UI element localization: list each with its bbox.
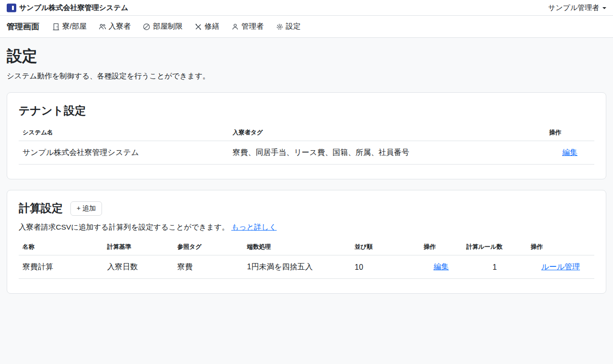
column-header-actions: 操作 bbox=[545, 125, 594, 141]
slash-circle-icon bbox=[143, 23, 150, 31]
tenant-settings-title: テナント設定 bbox=[19, 103, 86, 118]
column-header-ref-tag: 参照タグ bbox=[173, 239, 243, 255]
nav-item-dorm-rooms[interactable]: 寮/部屋 bbox=[52, 22, 87, 32]
tenant-settings-table: システム名 入寮者タグ 操作 サンプル株式会社寮管理システム 寮費、同居手当、リ… bbox=[19, 125, 594, 165]
calc-settings-card: 計算設定 + 追加 入寮者請求CSVに追加する計算列を設定することができます。 … bbox=[7, 190, 606, 294]
rule-manage-link[interactable]: ルール管理 bbox=[541, 263, 580, 271]
tools-icon bbox=[194, 23, 202, 31]
gear-icon bbox=[276, 23, 284, 31]
calc-settings-description: 入寮者請求CSVに追加する計算列を設定することができます。 もっと詳しく bbox=[19, 222, 594, 232]
main-content: 設定 システム動作を制御する、各種設定を行うことができます。 テナント設定 シス… bbox=[0, 38, 613, 311]
chevron-down-icon bbox=[602, 7, 606, 9]
calc-basis-cell: 入寮日数 bbox=[103, 255, 174, 279]
resident-tags-cell: 寮費、同居手当、リース費、国籍、所属、社員番号 bbox=[229, 141, 545, 165]
column-header-rule-count: 計算ルール数 bbox=[463, 239, 527, 255]
main-nav: 管理画面 寮/部屋 入寮者 部屋制 bbox=[0, 16, 613, 38]
nav-item-label: 修繕 bbox=[204, 22, 219, 32]
page-description: システム動作を制御する、各種設定を行うことができます。 bbox=[7, 71, 606, 81]
tenant-settings-card: テナント設定 システム名 入寮者タグ 操作 サンプル株式会社寮管理システム 寮費… bbox=[7, 92, 606, 179]
nav-item-label: 設定 bbox=[286, 22, 301, 32]
user-menu-label: サンプル管理者 bbox=[548, 3, 599, 12]
table-row: 寮費計算 入寮日数 寮費 1円未満を四捨五入 10 編集 1 ルール管理 bbox=[19, 255, 594, 279]
column-header-actions-2: 操作 bbox=[527, 239, 594, 255]
table-header-row: 名称 計算基準 参照タグ 端数処理 並び順 操作 計算ルール数 操作 bbox=[19, 239, 594, 255]
page-title: 設定 bbox=[7, 46, 606, 67]
nav-item-label: 部屋制限 bbox=[153, 22, 182, 32]
top-bar: サンプル株式会社寮管理システム サンプル管理者 bbox=[0, 0, 613, 16]
person-icon bbox=[231, 23, 239, 31]
nav-item-settings[interactable]: 設定 bbox=[276, 22, 301, 32]
nav-item-label: 管理者 bbox=[241, 22, 264, 32]
calc-settings-description-text: 入寮者請求CSVに追加する計算列を設定することができます。 bbox=[19, 223, 229, 231]
system-name-cell: サンプル株式会社寮管理システム bbox=[19, 141, 229, 165]
calc-edit-link[interactable]: 編集 bbox=[433, 263, 449, 271]
nav-item-room-restriction[interactable]: 部屋制限 bbox=[143, 22, 182, 32]
nav-item-label: 入寮者 bbox=[109, 22, 131, 32]
calc-rule-count-cell: 1 bbox=[463, 255, 527, 279]
column-header-name: 名称 bbox=[19, 239, 103, 255]
table-header-row: システム名 入寮者タグ 操作 bbox=[19, 125, 594, 141]
door-icon bbox=[52, 23, 60, 31]
calc-ref-tag-cell: 寮費 bbox=[173, 255, 243, 279]
column-header-basis: 計算基準 bbox=[103, 239, 174, 255]
people-icon bbox=[99, 23, 106, 31]
calc-sort-order-cell: 10 bbox=[351, 255, 420, 279]
brand-logo-icon bbox=[7, 3, 16, 12]
add-calc-button[interactable]: + 追加 bbox=[70, 201, 102, 216]
nav-item-admins[interactable]: 管理者 bbox=[231, 22, 264, 32]
column-header-sort-order: 並び順 bbox=[351, 239, 420, 255]
column-header-actions: 操作 bbox=[420, 239, 463, 255]
nav-item-label: 寮/部屋 bbox=[62, 22, 87, 32]
more-details-link[interactable]: もっと詳しく bbox=[231, 223, 277, 231]
column-header-resident-tags: 入寮者タグ bbox=[229, 125, 545, 141]
brand[interactable]: サンプル株式会社寮管理システム bbox=[7, 3, 128, 12]
table-row: サンプル株式会社寮管理システム 寮費、同居手当、リース費、国籍、所属、社員番号 … bbox=[19, 141, 594, 165]
column-header-rounding: 端数処理 bbox=[243, 239, 351, 255]
brand-title: サンプル株式会社寮管理システム bbox=[19, 3, 128, 12]
nav-admin-home[interactable]: 管理画面 bbox=[7, 21, 39, 32]
calc-rounding-cell: 1円未満を四捨五入 bbox=[243, 255, 351, 279]
calc-name-cell: 寮費計算 bbox=[19, 255, 103, 279]
calc-settings-table: 名称 計算基準 参照タグ 端数処理 並び順 操作 計算ルール数 操作 寮費計算 … bbox=[19, 239, 594, 279]
user-menu[interactable]: サンプル管理者 bbox=[548, 3, 606, 12]
column-header-system-name: システム名 bbox=[19, 125, 229, 141]
nav-item-residents[interactable]: 入寮者 bbox=[99, 22, 131, 32]
tenant-edit-link[interactable]: 編集 bbox=[562, 148, 578, 156]
calc-settings-title: 計算設定 bbox=[19, 201, 63, 216]
nav-item-repairs[interactable]: 修繕 bbox=[194, 22, 219, 32]
